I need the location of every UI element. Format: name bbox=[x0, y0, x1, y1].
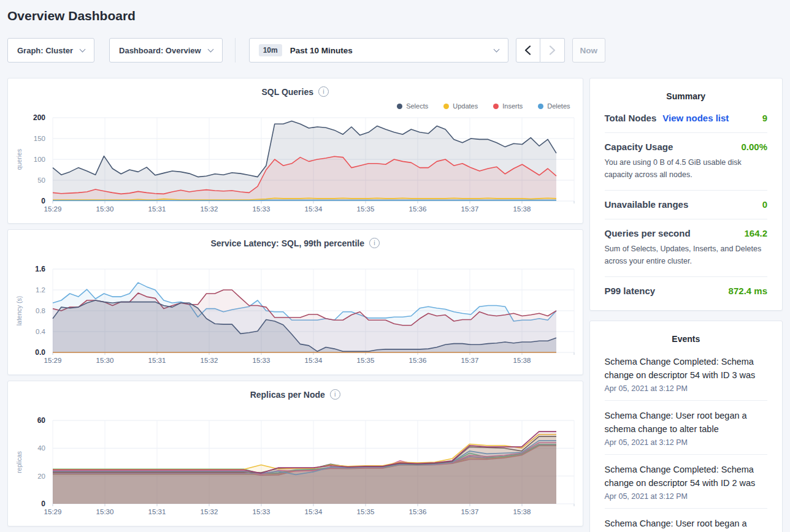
svg-text:40: 40 bbox=[37, 444, 45, 452]
info-icon[interactable]: i bbox=[369, 238, 380, 248]
svg-text:latency (s): latency (s) bbox=[15, 296, 23, 325]
svg-text:15:35: 15:35 bbox=[357, 205, 375, 213]
legend-dot-icon bbox=[538, 104, 543, 109]
summary-row-capacity-usage: Capacity Usage 0.00% You are using 0 B o… bbox=[605, 133, 767, 191]
summary-value: 0 bbox=[762, 199, 767, 210]
event-item: Schema Change Completed: Schema change o… bbox=[605, 347, 767, 401]
svg-text:15:30: 15:30 bbox=[96, 508, 114, 515]
svg-text:15:29: 15:29 bbox=[44, 205, 62, 213]
svg-text:replicas: replicas bbox=[15, 451, 23, 473]
time-forward-button[interactable] bbox=[540, 38, 565, 63]
now-button[interactable]: Now bbox=[572, 38, 605, 63]
svg-text:50: 50 bbox=[37, 177, 45, 184]
svg-text:0.8: 0.8 bbox=[36, 307, 45, 314]
summary-subtext: You are using 0 B of 4.5 GiB usable disk… bbox=[605, 156, 767, 181]
chevron-left-icon bbox=[524, 45, 531, 55]
info-icon[interactable]: i bbox=[330, 389, 340, 400]
summary-label: Total Nodes bbox=[605, 113, 657, 123]
summary-row-p99-latency: P99 latency 872.4 ms bbox=[605, 277, 767, 305]
legend-item: Deletes bbox=[538, 102, 570, 110]
chart-title: SQL Queries bbox=[261, 87, 313, 97]
main-content: SQL Queries i SelectsUpdatesInsertsDelet… bbox=[7, 78, 783, 532]
svg-text:0: 0 bbox=[41, 197, 45, 205]
svg-text:15:29: 15:29 bbox=[44, 508, 62, 515]
svg-text:0.4: 0.4 bbox=[36, 328, 46, 335]
sql-queries-chart[interactable]: 05010015020015:2915:3015:3115:3215:3315:… bbox=[8, 110, 588, 218]
chevron-down-icon bbox=[493, 46, 499, 52]
summary-label: Unavailable ranges bbox=[605, 199, 689, 210]
view-nodes-list-link[interactable]: View nodes list bbox=[662, 113, 729, 123]
charts-column: SQL Queries i SelectsUpdatesInsertsDelet… bbox=[7, 78, 583, 526]
dashboard-dropdown-label: Dashboard: Overview bbox=[119, 46, 201, 55]
event-item: Schema Change: User root began a schema … bbox=[605, 509, 767, 532]
svg-text:60: 60 bbox=[37, 416, 46, 425]
event-item: Schema Change: User root began a schema … bbox=[605, 401, 767, 455]
svg-text:0.0: 0.0 bbox=[35, 348, 45, 357]
events-panel: Events Schema Change Completed: Schema c… bbox=[589, 321, 783, 532]
event-message: Schema Change: User root began a schema … bbox=[605, 409, 767, 436]
svg-text:200: 200 bbox=[33, 113, 45, 122]
info-icon[interactable]: i bbox=[318, 86, 329, 97]
svg-text:15:33: 15:33 bbox=[253, 357, 270, 364]
service-latency-chart[interactable]: 0.00.40.81.21.615:2915:3015:3115:3215:33… bbox=[8, 262, 588, 370]
svg-text:15:34: 15:34 bbox=[305, 205, 323, 213]
chart-title-row: Service Latency: SQL, 99th percentile i bbox=[8, 238, 583, 248]
svg-text:15:37: 15:37 bbox=[461, 357, 479, 364]
summary-value: 164.2 bbox=[744, 228, 767, 238]
time-back-button[interactable] bbox=[516, 38, 540, 63]
legend-item: Inserts bbox=[493, 102, 523, 110]
svg-text:100: 100 bbox=[34, 156, 45, 163]
chart-title-row: SQL Queries i bbox=[8, 86, 583, 97]
chart-title: Service Latency: SQL, 99th percentile bbox=[210, 238, 364, 248]
page-title: Overview Dashboard bbox=[7, 9, 783, 23]
summary-label: Capacity Usage bbox=[605, 142, 673, 152]
summary-row-total-nodes: Total Nodes View nodes list 9 bbox=[605, 104, 767, 133]
svg-text:15:32: 15:32 bbox=[201, 357, 218, 364]
svg-text:15:33: 15:33 bbox=[253, 205, 270, 213]
summary-value: 872.4 ms bbox=[729, 286, 767, 296]
chevron-down-icon bbox=[80, 46, 86, 52]
svg-text:15:31: 15:31 bbox=[148, 357, 166, 364]
graph-dropdown[interactable]: Graph: Cluster bbox=[7, 38, 94, 63]
svg-text:15:38: 15:38 bbox=[513, 508, 531, 515]
time-range-dropdown[interactable]: 10m Past 10 Minutes bbox=[249, 38, 508, 63]
svg-text:15:32: 15:32 bbox=[201, 508, 218, 515]
time-range-badge: 10m bbox=[259, 44, 282, 56]
svg-text:1.2: 1.2 bbox=[36, 286, 45, 294]
summary-panel: Summary Total Nodes View nodes list 9 Ca… bbox=[589, 78, 783, 311]
summary-value: 0.00% bbox=[741, 142, 767, 152]
svg-text:15:31: 15:31 bbox=[148, 205, 166, 213]
summary-title: Summary bbox=[605, 86, 767, 104]
svg-text:15:37: 15:37 bbox=[461, 508, 479, 515]
event-item: Schema Change Completed: Schema change o… bbox=[605, 455, 767, 509]
events-title: Events bbox=[605, 329, 767, 347]
page-header: Overview Dashboard bbox=[0, 0, 790, 23]
svg-text:15:35: 15:35 bbox=[357, 508, 375, 515]
toolbar: Graph: Cluster Dashboard: Overview 10m P… bbox=[7, 38, 783, 63]
chart-legend: SelectsUpdatesInsertsDeletes bbox=[397, 102, 570, 110]
summary-value: 9 bbox=[762, 113, 767, 123]
svg-text:15:36: 15:36 bbox=[409, 357, 427, 364]
service-latency-panel: Service Latency: SQL, 99th percentile i … bbox=[7, 229, 583, 375]
replicas-per-node-panel: Replicas per Node i 020406015:2915:3015:… bbox=[7, 381, 583, 526]
summary-subtext: Sum of Selects, Updates, Inserts, and De… bbox=[605, 243, 767, 267]
chevron-right-icon bbox=[549, 45, 556, 55]
event-timestamp: Apr 05, 2021 at 3:12 PM bbox=[605, 492, 767, 501]
dashboard-dropdown[interactable]: Dashboard: Overview bbox=[109, 38, 223, 63]
legend-dot-icon bbox=[493, 104, 499, 109]
replicas-per-node-chart[interactable]: 020406015:2915:3015:3115:3215:3315:3415:… bbox=[8, 413, 588, 521]
event-message: Schema Change Completed: Schema change o… bbox=[605, 463, 767, 490]
time-range-label: Past 10 Minutes bbox=[290, 46, 486, 55]
svg-text:20: 20 bbox=[37, 473, 45, 480]
event-message: Schema Change Completed: Schema change o… bbox=[605, 355, 767, 382]
svg-text:15:29: 15:29 bbox=[44, 357, 62, 364]
svg-text:15:38: 15:38 bbox=[513, 357, 531, 364]
svg-text:15:36: 15:36 bbox=[409, 205, 427, 213]
legend-item: Selects bbox=[397, 102, 428, 110]
sidebar: Summary Total Nodes View nodes list 9 Ca… bbox=[589, 78, 783, 532]
svg-text:queries: queries bbox=[15, 149, 23, 170]
svg-text:15:32: 15:32 bbox=[201, 205, 218, 213]
sql-queries-panel: SQL Queries i SelectsUpdatesInsertsDelet… bbox=[7, 78, 583, 224]
graph-dropdown-label: Graph: Cluster bbox=[17, 46, 73, 55]
time-step-buttons bbox=[516, 38, 565, 63]
